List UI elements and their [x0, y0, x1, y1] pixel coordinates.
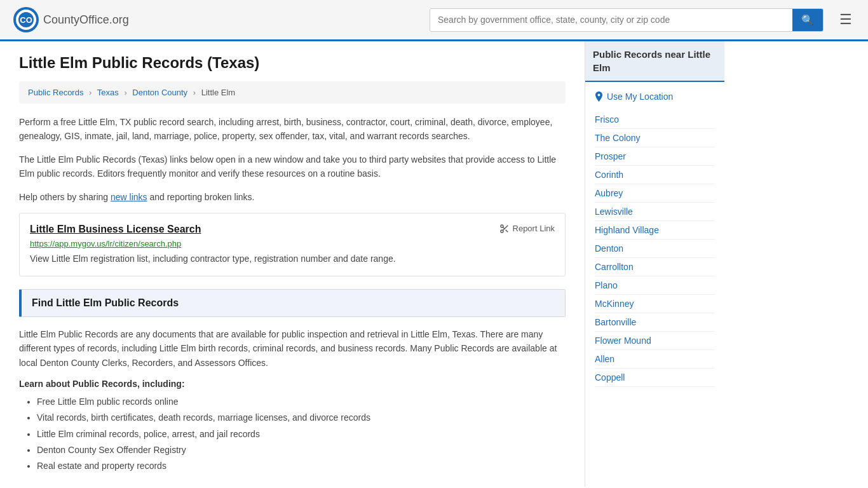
- page-title: Little Elm Public Records (Texas): [19, 54, 566, 72]
- sidebar-link-item: Denton: [595, 240, 715, 258]
- learn-list: Free Little Elm public records online Vi…: [19, 394, 566, 474]
- search-button[interactable]: 🔍: [792, 9, 823, 31]
- sidebar-link-prosper[interactable]: Prosper: [595, 151, 626, 161]
- report-link-button[interactable]: Report Link: [499, 224, 555, 234]
- page-container: Little Elm Public Records (Texas) Public…: [0, 41, 868, 487]
- scissors-icon: [499, 224, 510, 234]
- learn-item: Free Little Elm public records online: [37, 394, 566, 410]
- find-section-body: Little Elm Public Records are any docume…: [19, 327, 566, 370]
- report-link-label: Report Link: [513, 224, 555, 233]
- sidebar-link-item: Aubrey: [595, 184, 715, 203]
- learn-title: Learn about Public Records, including:: [19, 379, 566, 389]
- intro3-post-text: and reporting broken links.: [147, 192, 255, 202]
- svg-text:CO: CO: [20, 15, 32, 25]
- svg-line-8: [503, 227, 505, 229]
- logo-text: CountyOffice.org: [43, 13, 129, 27]
- main-content: Little Elm Public Records (Texas) Public…: [0, 41, 585, 487]
- sidebar-link-item: Flower Mound: [595, 332, 715, 350]
- link-card-desc: View Little Elm registration list, inclu…: [30, 252, 555, 266]
- sidebar-link-item: Bartonville: [595, 313, 715, 332]
- breadcrumb-sep-2: ›: [124, 88, 126, 97]
- sidebar-link-item: McKinney: [595, 295, 715, 313]
- breadcrumb-texas[interactable]: Texas: [97, 88, 119, 97]
- learn-item: Real estate and property records: [37, 458, 566, 474]
- sidebar-link-plano[interactable]: Plano: [595, 280, 618, 290]
- sidebar-link-frisco[interactable]: Frisco: [595, 114, 619, 125]
- sidebar-link-item: Corinth: [595, 166, 715, 184]
- location-pin-icon: [595, 92, 603, 102]
- logo-icon: CO: [13, 6, 39, 33]
- sidebar-link-item: The Colony: [595, 129, 715, 147]
- sidebar-link-bartonville[interactable]: Bartonville: [595, 317, 636, 327]
- learn-item: Denton County Sex Offender Registry: [37, 442, 566, 458]
- use-my-location-label: Use My Location: [607, 92, 673, 102]
- breadcrumb-public-records[interactable]: Public Records: [28, 88, 83, 97]
- find-section-header: Find Little Elm Public Records: [19, 289, 566, 317]
- sidebar-link-flower-mound[interactable]: Flower Mound: [595, 336, 651, 346]
- sidebar-link-item: Plano: [595, 276, 715, 295]
- svg-point-5: [501, 230, 503, 233]
- search-bar: 🔍: [430, 8, 824, 32]
- sidebar-link-highland-village[interactable]: Highland Village: [595, 225, 659, 235]
- breadcrumb-sep-1: ›: [89, 88, 92, 97]
- sidebar-link-lewisville[interactable]: Lewisville: [595, 207, 633, 217]
- sidebar-link-item: Lewisville: [595, 203, 715, 221]
- link-card-title[interactable]: Little Elm Business License Search: [30, 224, 201, 235]
- new-links-link[interactable]: new links: [111, 192, 147, 202]
- sidebar-link-item: Coppell: [595, 369, 715, 387]
- intro3-pre-text: Help others by sharing: [19, 192, 111, 202]
- intro-paragraph-1: Perform a free Little Elm, TX public rec…: [19, 115, 566, 144]
- sidebar-link-item: Prosper: [595, 147, 715, 166]
- site-logo[interactable]: CO CountyOffice.org: [13, 6, 129, 33]
- breadcrumb-current: Little Elm: [201, 88, 235, 97]
- find-section-title: Find Little Elm Public Records: [32, 297, 179, 308]
- sidebar-link-coppell[interactable]: Coppell: [595, 372, 625, 383]
- breadcrumb: Public Records › Texas › Denton County ›…: [19, 81, 566, 104]
- svg-line-7: [505, 230, 508, 233]
- hamburger-menu-button[interactable]: ☰: [836, 8, 855, 31]
- site-header: CO CountyOffice.org 🔍 ☰: [0, 0, 868, 41]
- intro-paragraph-3: Help others by sharing new links and rep…: [19, 190, 566, 204]
- sidebar-link-aubrey[interactable]: Aubrey: [595, 188, 623, 198]
- sidebar-title: Public Records near Little Elm: [585, 41, 724, 82]
- sidebar-link-item: Carrollton: [595, 258, 715, 276]
- sidebar-link-carrollton[interactable]: Carrollton: [595, 262, 634, 272]
- learn-item: Vital records, birth certificates, death…: [37, 410, 566, 426]
- sidebar-link-item: Frisco: [595, 111, 715, 129]
- learn-item: Little Elm criminal records, police, arr…: [37, 426, 566, 442]
- link-card-url[interactable]: https://app.mygov.us/lr/citizen/search.p…: [30, 239, 555, 248]
- sidebar-nearby-links: Frisco The Colony Prosper Corinth Aubrey…: [595, 111, 715, 387]
- sidebar-link-denton[interactable]: Denton: [595, 243, 623, 254]
- link-card-header: Little Elm Business License Search Repor…: [30, 224, 555, 235]
- breadcrumb-sep-3: ›: [193, 88, 196, 97]
- sidebar-link-the-colony[interactable]: The Colony: [595, 133, 641, 143]
- link-card: Little Elm Business License Search Repor…: [19, 213, 566, 276]
- use-my-location-button[interactable]: Use My Location: [595, 92, 673, 102]
- sidebar-link-item: Highland Village: [595, 221, 715, 240]
- search-input[interactable]: [430, 9, 792, 31]
- intro-paragraph-2: The Little Elm Public Records (Texas) li…: [19, 152, 566, 181]
- sidebar-link-allen[interactable]: Allen: [595, 354, 614, 364]
- svg-point-4: [501, 225, 503, 227]
- sidebar: Public Records near Little Elm Use My Lo…: [585, 41, 724, 487]
- sidebar-link-mckinney[interactable]: McKinney: [595, 299, 634, 309]
- breadcrumb-denton-county[interactable]: Denton County: [132, 88, 187, 97]
- sidebar-link-corinth[interactable]: Corinth: [595, 170, 623, 180]
- sidebar-link-item: Allen: [595, 350, 715, 369]
